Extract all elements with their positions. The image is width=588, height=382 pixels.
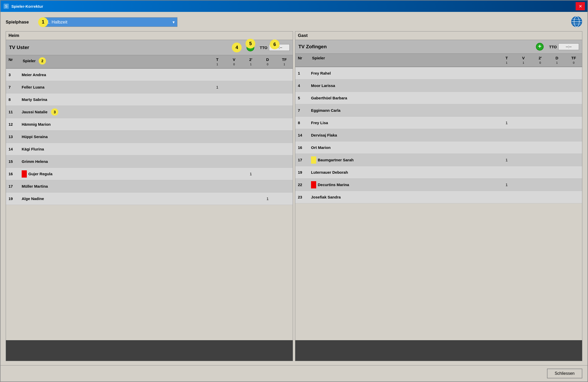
player-2m[interactable]	[242, 111, 259, 113]
gast-add-player-button[interactable]: +	[536, 43, 544, 51]
player-t[interactable]	[209, 173, 226, 175]
player-tf[interactable]	[276, 136, 293, 138]
player-d[interactable]	[549, 159, 565, 161]
player-v[interactable]	[226, 148, 242, 150]
player-2m[interactable]	[532, 159, 549, 161]
player-t[interactable]	[209, 74, 226, 76]
player-d[interactable]	[259, 173, 276, 175]
gast-player-row[interactable]: 1 Frey Rahel	[295, 67, 582, 79]
player-v[interactable]	[226, 99, 242, 101]
gast-tto-input[interactable]	[558, 43, 579, 50]
player-2m[interactable]	[242, 198, 259, 200]
spielphase-select-container[interactable]: 1. Halbzeit 2. Halbzeit Verlängerung ▼	[43, 17, 177, 27]
player-d[interactable]	[549, 134, 565, 136]
player-tf[interactable]	[565, 184, 582, 186]
heim-player-row[interactable]: 7 Feller Luana 1	[6, 81, 293, 93]
player-2m[interactable]	[242, 161, 259, 163]
player-v[interactable]	[515, 85, 532, 87]
player-t[interactable]: 1	[498, 120, 515, 126]
player-t[interactable]: 1	[498, 157, 515, 163]
player-2m[interactable]	[242, 136, 259, 138]
player-2m[interactable]	[532, 147, 549, 149]
player-tf[interactable]	[565, 171, 582, 173]
close-button[interactable]: ✕	[576, 2, 585, 10]
player-2m[interactable]	[532, 72, 549, 74]
player-tf[interactable]	[565, 97, 582, 99]
player-d[interactable]	[549, 109, 565, 112]
player-2m[interactable]	[242, 74, 259, 76]
player-v[interactable]	[515, 97, 532, 99]
player-v[interactable]	[515, 109, 532, 112]
player-tf[interactable]	[276, 74, 293, 76]
player-2m[interactable]	[242, 185, 259, 187]
player-v[interactable]	[226, 111, 242, 113]
heim-player-row[interactable]: 12 Hämmig Marion	[6, 118, 293, 131]
player-d[interactable]	[259, 161, 276, 163]
gast-player-row[interactable]: 14 Dervisaj Flaka	[295, 129, 582, 141]
player-t[interactable]	[498, 109, 515, 112]
player-2m[interactable]	[532, 122, 549, 124]
player-v[interactable]	[226, 173, 242, 175]
player-t[interactable]: 1	[209, 84, 226, 90]
player-d[interactable]	[549, 196, 565, 198]
heim-player-row[interactable]: 15 Grimm Helena	[6, 155, 293, 168]
heim-player-row[interactable]: 3 Meier Andrea	[6, 69, 293, 81]
player-tf[interactable]	[565, 122, 582, 124]
player-tf[interactable]	[565, 196, 582, 198]
player-2m[interactable]	[532, 85, 549, 87]
gast-player-row[interactable]: 4 Moor Larissa	[295, 79, 582, 92]
player-v[interactable]	[515, 184, 532, 186]
heim-player-row[interactable]: 16 Gujer Regula 1	[6, 168, 293, 180]
player-2m[interactable]	[532, 109, 549, 112]
player-2m[interactable]	[242, 123, 259, 125]
player-t[interactable]	[209, 111, 226, 113]
player-tf[interactable]	[565, 134, 582, 136]
player-2m[interactable]	[532, 134, 549, 136]
player-t[interactable]	[498, 171, 515, 173]
gast-player-row[interactable]: 16 Ort Marion	[295, 141, 582, 154]
player-t[interactable]	[209, 198, 226, 200]
player-tf[interactable]	[276, 173, 293, 175]
player-tf[interactable]	[276, 123, 293, 125]
player-t[interactable]	[209, 148, 226, 150]
player-2m[interactable]	[532, 97, 549, 99]
player-tf[interactable]	[565, 109, 582, 112]
gast-player-row[interactable]: 17 Baumgartner Sarah 1	[295, 154, 582, 166]
player-d[interactable]	[259, 185, 276, 187]
player-d[interactable]	[259, 136, 276, 138]
player-v[interactable]	[226, 136, 242, 138]
player-d[interactable]	[549, 85, 565, 87]
player-d[interactable]	[549, 147, 565, 149]
player-t[interactable]	[209, 136, 226, 138]
player-tf[interactable]	[276, 99, 293, 101]
player-v[interactable]	[515, 122, 532, 124]
player-t[interactable]	[498, 85, 515, 87]
spielphase-select[interactable]: 1. Halbzeit 2. Halbzeit Verlängerung	[43, 17, 177, 27]
player-v[interactable]	[226, 198, 242, 200]
player-2m[interactable]	[532, 184, 549, 186]
player-d[interactable]	[259, 123, 276, 125]
player-v[interactable]	[226, 123, 242, 125]
heim-player-row[interactable]: 14 Kägi Flurina	[6, 143, 293, 155]
player-t[interactable]	[209, 185, 226, 187]
player-tf[interactable]	[276, 198, 293, 200]
player-v[interactable]	[515, 134, 532, 136]
player-2m[interactable]	[242, 148, 259, 150]
heim-player-row[interactable]: 19 Alge Nadine 1	[6, 193, 293, 205]
gast-player-row[interactable]: 8 Frey Lisa 1	[295, 117, 582, 129]
player-tf[interactable]	[565, 85, 582, 87]
player-2m[interactable]	[242, 99, 259, 101]
player-v[interactable]	[226, 161, 242, 163]
heim-player-row[interactable]: 17 Müller Martina	[6, 180, 293, 193]
player-t[interactable]	[209, 123, 226, 125]
player-d[interactable]	[549, 72, 565, 74]
player-tf[interactable]	[565, 147, 582, 149]
player-tf[interactable]	[276, 161, 293, 163]
player-tf[interactable]	[276, 185, 293, 187]
player-v[interactable]	[226, 86, 242, 88]
player-tf[interactable]	[565, 159, 582, 161]
gast-player-row[interactable]: 19 Luternauer Deborah	[295, 166, 582, 179]
player-d[interactable]	[549, 171, 565, 173]
player-tf[interactable]	[276, 86, 293, 88]
player-2m[interactable]	[532, 171, 549, 173]
